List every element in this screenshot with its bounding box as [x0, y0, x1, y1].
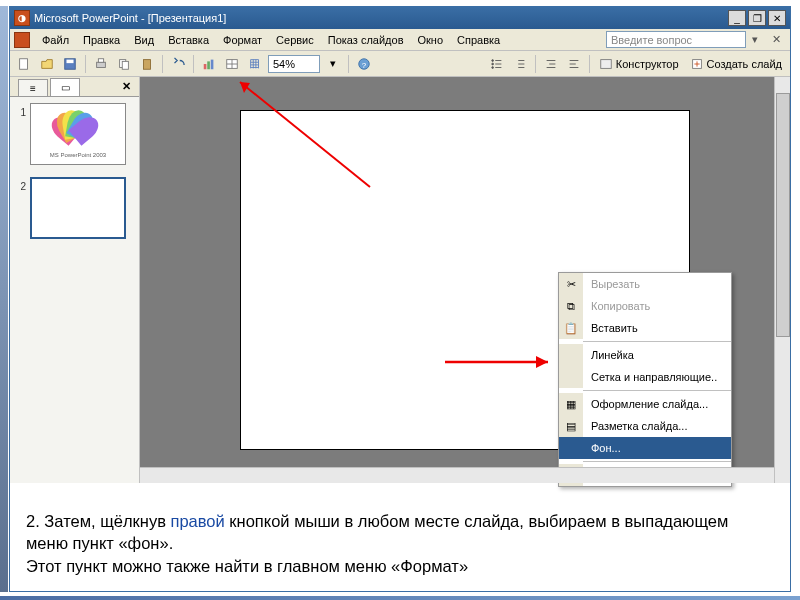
ctx-design[interactable]: ▦ Оформление слайда... [559, 393, 731, 415]
numbering-icon[interactable] [510, 54, 530, 74]
copy-icon[interactable] [114, 54, 134, 74]
doc-close-button[interactable]: ✕ [772, 33, 786, 47]
tab-outline[interactable]: ≡ [18, 79, 48, 96]
new-slide-button[interactable]: Создать слайд [686, 54, 786, 74]
thumb-number: 1 [14, 103, 26, 118]
svg-rect-2 [67, 59, 74, 63]
document-control-icon[interactable] [14, 32, 30, 48]
decrease-indent-icon[interactable] [541, 54, 561, 74]
vertical-scrollbar[interactable] [774, 77, 790, 483]
svg-text:?: ? [362, 60, 367, 69]
menu-insert[interactable]: Вставка [162, 32, 215, 48]
thumb-row-2[interactable]: 2 [10, 171, 139, 245]
menu-window[interactable]: Окно [412, 32, 450, 48]
color-fan-graphic [51, 110, 101, 142]
panel-close-button[interactable]: ✕ [122, 80, 131, 93]
svg-rect-7 [144, 59, 151, 69]
increase-indent-icon[interactable] [564, 54, 584, 74]
window-title: Microsoft PowerPoint - [Презентация1] [34, 12, 726, 24]
decorative-side-stripe [0, 6, 8, 592]
slide-thumbnail-1[interactable]: MS PowerPoint 2003 [30, 103, 126, 165]
menu-help[interactable]: Справка [451, 32, 506, 48]
powerpoint-app-icon: ◑ [14, 10, 30, 26]
annotation-arrow-1 [220, 77, 380, 197]
ctx-copy[interactable]: ⧉ Копировать [559, 295, 731, 317]
svg-rect-3 [97, 62, 106, 67]
menu-view[interactable]: Вид [128, 32, 160, 48]
chart-icon[interactable] [199, 54, 219, 74]
title-bar: ◑ Microsoft PowerPoint - [Презентация1] … [10, 7, 790, 29]
tab-slides[interactable]: ▭ [50, 78, 80, 96]
svg-point-24 [492, 59, 494, 61]
svg-rect-4 [98, 58, 103, 62]
svg-rect-6 [122, 61, 128, 69]
bullets-icon[interactable] [487, 54, 507, 74]
ctx-paste[interactable]: 📋 Вставить [559, 317, 731, 339]
svg-rect-0 [20, 58, 28, 69]
designer-button[interactable]: Конструктор [595, 54, 683, 74]
menu-slideshow[interactable]: Показ слайдов [322, 32, 410, 48]
thumb-caption: MS PowerPoint 2003 [31, 152, 125, 158]
ctx-background[interactable]: Фон... [559, 437, 731, 459]
layout-icon: ▤ [566, 420, 576, 433]
ctx-layout[interactable]: ▤ Разметка слайда... [559, 415, 731, 437]
menu-bar: Файл Правка Вид Вставка Формат Сервис По… [10, 29, 790, 51]
ctx-grid[interactable]: Сетка и направляющие.. [559, 366, 731, 388]
save-icon[interactable] [60, 54, 80, 74]
zoom-level[interactable]: 54% [268, 55, 320, 73]
menu-file[interactable]: Файл [36, 32, 75, 48]
svg-marker-44 [240, 82, 250, 93]
decorative-bottom-stripe [0, 596, 800, 600]
open-icon[interactable] [37, 54, 57, 74]
print-icon[interactable] [91, 54, 111, 74]
instruction-caption: 2. Затем, щёлкнув правой кнопкой мыши в … [10, 500, 790, 591]
zoom-dropdown-icon[interactable]: ▾ [323, 54, 343, 74]
svg-marker-46 [536, 356, 548, 368]
context-menu: ✂ Вырезать ⧉ Копировать 📋 Вставить Линей… [558, 272, 732, 487]
panel-tab-strip: ≡ ▭ ✕ [10, 77, 139, 97]
thumb-number: 2 [14, 177, 26, 192]
svg-rect-9 [207, 61, 210, 69]
paste-icon: 📋 [564, 322, 578, 335]
slide-editor[interactable]: ✂ Вырезать ⧉ Копировать 📋 Вставить Линей… [140, 77, 790, 483]
svg-point-26 [492, 63, 494, 65]
new-icon[interactable] [14, 54, 34, 74]
slides-panel: ≡ ▭ ✕ 1 MS PowerPoint 2003 [10, 77, 140, 483]
grid-icon[interactable] [245, 54, 265, 74]
annotation-arrow-2 [440, 352, 560, 372]
copy-icon: ⧉ [567, 300, 575, 313]
svg-point-28 [492, 66, 494, 68]
restore-button[interactable]: ❐ [748, 10, 766, 26]
slide-thumbnail-2[interactable] [30, 177, 126, 239]
ask-dropdown-icon[interactable]: ▾ [752, 33, 766, 47]
menu-edit[interactable]: Правка [77, 32, 126, 48]
ctx-cut[interactable]: ✂ Вырезать [559, 273, 731, 295]
help-icon[interactable]: ? [354, 54, 374, 74]
thumb-row-1[interactable]: 1 MS PowerPoint 2003 [10, 97, 139, 171]
svg-rect-10 [211, 59, 214, 69]
svg-rect-39 [601, 59, 612, 68]
ask-question-box[interactable]: Введите вопрос [606, 31, 746, 48]
close-button[interactable]: ✕ [768, 10, 786, 26]
standard-toolbar: 54% ▾ ? Конструктор Создать слайд [10, 51, 790, 77]
svg-rect-8 [204, 64, 207, 69]
minimize-button[interactable]: _ [728, 10, 746, 26]
svg-line-43 [240, 82, 370, 187]
menu-format[interactable]: Формат [217, 32, 268, 48]
paste-icon[interactable] [137, 54, 157, 74]
app-window: ◑ Microsoft PowerPoint - [Презентация1] … [9, 6, 791, 592]
horizontal-scrollbar[interactable] [140, 467, 774, 483]
workspace: ≡ ▭ ✕ 1 MS PowerPoint 2003 [10, 77, 790, 483]
scissors-icon: ✂ [567, 278, 576, 291]
ctx-ruler[interactable]: Линейка [559, 344, 731, 366]
table-icon[interactable] [222, 54, 242, 74]
undo-icon[interactable] [168, 54, 188, 74]
design-icon: ▦ [566, 398, 576, 411]
menu-tools[interactable]: Сервис [270, 32, 320, 48]
